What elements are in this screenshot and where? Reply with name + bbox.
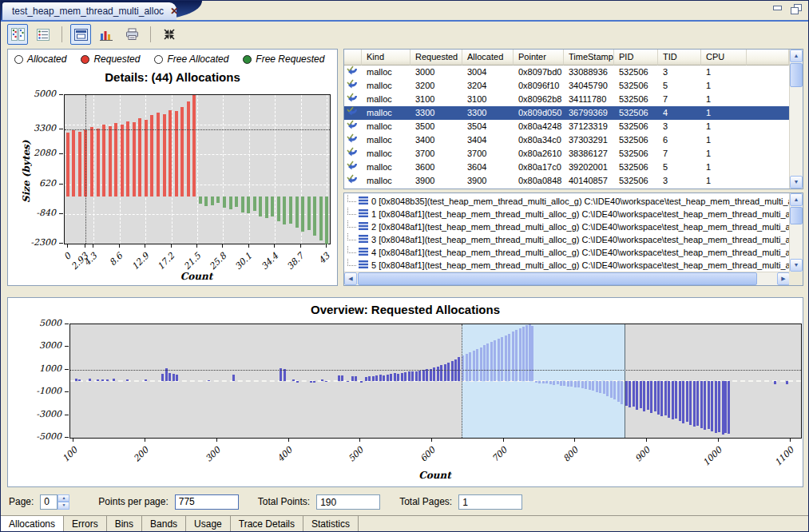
bottom-tab-errors[interactable]: Errors — [64, 516, 107, 532]
trace-row[interactable]: 1 [0x8048af1](test_heap_mem_thread_multi… — [344, 208, 789, 220]
table-header-cell[interactable]: Pointer — [514, 50, 564, 66]
bar — [229, 197, 232, 209]
restore-icon[interactable] — [791, 4, 802, 14]
table-header-cell[interactable]: Kind — [362, 50, 410, 66]
table-cell: malloc — [362, 147, 410, 161]
plot-area[interactable] — [69, 324, 802, 439]
scroll-left-icon[interactable]: ◀ — [344, 272, 357, 285]
table-cell: 3604 — [462, 161, 514, 174]
minimize-icon[interactable] — [772, 4, 783, 13]
table-row[interactable]: malloc360036040x80a17c03920200153250651 — [344, 161, 789, 174]
details-pane-icon[interactable] — [70, 24, 91, 45]
table-row[interactable]: malloc390039000x80a08484014085753250631 — [344, 174, 789, 188]
view-tab[interactable]: test_heap_mem_thread_multi_alloc ✕ — [2, 2, 176, 20]
bar — [672, 381, 674, 419]
bar — [313, 381, 315, 383]
trace-scrollbar-vertical[interactable]: ▲ ▼ — [789, 193, 803, 272]
table-cell-filler — [747, 120, 789, 133]
bar — [173, 374, 175, 381]
trace-row[interactable]: 3 [0x8048af1](test_heap_mem_thread_multi… — [344, 233, 789, 246]
bottom-tab-bins[interactable]: Bins — [107, 516, 142, 532]
trace-row[interactable]: 5 [0x8048af1](test_heap_mem_thread_multi… — [344, 259, 789, 272]
y-tick-label: -5000 — [25, 431, 61, 442]
scroll-up-icon[interactable]: ▲ — [790, 50, 803, 62]
plot-area[interactable] — [64, 94, 331, 244]
table-row[interactable]: malloc320032040x8096f103404579053250651 — [344, 79, 789, 93]
toolbar — [1, 22, 809, 47]
close-icon[interactable]: ✕ — [170, 6, 178, 17]
collapse-icon[interactable] — [159, 24, 180, 45]
trace-row[interactable]: 2 [0x8048af1](test_heap_mem_thread_multi… — [344, 220, 789, 233]
x-tick — [145, 438, 145, 442]
y-tick — [59, 129, 63, 129]
scroll-down-icon[interactable]: ▼ — [790, 176, 803, 189]
table-header-cell[interactable]: PID — [614, 50, 658, 66]
scroll-thumb[interactable] — [358, 272, 757, 285]
filter-radio-allocated[interactable]: Allocated — [14, 54, 66, 65]
table-header-cell[interactable]: TID — [658, 50, 701, 66]
view-tab-strip: test_heap_mem_thread_multi_alloc ✕ — [1, 1, 808, 20]
y-tick-label: -2300 — [19, 237, 56, 248]
print-icon[interactable] — [121, 24, 142, 45]
table-cell: 3204 — [462, 79, 514, 93]
trace-row[interactable]: 4 [0x8048af1](test_heap_mem_thread_multi… — [344, 246, 789, 259]
bar — [657, 381, 660, 415]
total-points-value: 190 — [316, 494, 380, 510]
bar — [253, 197, 256, 211]
page-input[interactable] — [40, 494, 58, 510]
x-tick — [196, 244, 197, 248]
table-header-cell[interactable]: Requested — [410, 50, 462, 66]
points-per-page-input[interactable] — [175, 494, 239, 510]
table-header-cell[interactable]: Allocated — [462, 50, 514, 66]
x-tick — [73, 438, 73, 442]
bar — [675, 381, 677, 419]
table-cell: 1 — [701, 161, 747, 174]
scroll-thumb[interactable] — [790, 63, 803, 87]
spinner-down-icon[interactable]: ▼ — [58, 502, 69, 510]
bottom-tab-usage[interactable]: Usage — [186, 516, 231, 532]
bar — [535, 381, 537, 383]
bar — [241, 197, 244, 212]
scroll-thumb[interactable] — [790, 207, 803, 224]
table-row[interactable]: malloc330033000x809d0503679936953250641 — [344, 106, 789, 120]
table-scrollbar-vertical[interactable]: ▲ ▼ — [789, 50, 803, 189]
x-tick-label: 500 — [282, 443, 362, 453]
bottom-tab-allocations[interactable]: Allocations — [0, 516, 64, 532]
bar — [711, 381, 713, 431]
list-view-icon[interactable] — [33, 24, 54, 45]
page-spinner[interactable]: ▲▼ — [40, 494, 69, 510]
bar — [422, 370, 425, 381]
filter-radio-free-allocated[interactable]: Free Allocated — [154, 54, 228, 65]
bar — [515, 330, 518, 381]
bar — [440, 365, 442, 381]
trace-scrollbar-horizontal[interactable]: ◀ ▶ — [344, 272, 790, 285]
table-row[interactable]: malloc310031000x80962b83411178053250671 — [344, 93, 789, 106]
table-header-cell[interactable]: CPU — [701, 50, 747, 66]
marker-line-horizontal — [65, 129, 330, 130]
radio-label: Allocated — [27, 54, 66, 65]
scroll-right-icon[interactable]: ▶ — [777, 272, 790, 285]
bar — [589, 381, 591, 390]
filter-radio-free-requested[interactable]: Free Requested — [243, 54, 324, 65]
table-header-cell[interactable]: TimeStamp — [564, 50, 614, 66]
overview-chart[interactable]: 1002003004005006007008009001000110050003… — [8, 322, 803, 466]
trace-row[interactable]: 0 [0x8048b35](test_heap_mem_thread_multi… — [344, 195, 789, 208]
scroll-up-icon[interactable]: ▲ — [790, 193, 803, 206]
details-chart[interactable]: 02.934.38.612.917.221.525.830.134.438.74… — [8, 94, 338, 286]
table-row[interactable]: malloc350035040x80a42483712331953250631 — [344, 120, 789, 133]
bottom-tab-statistics[interactable]: Statistics — [303, 516, 359, 532]
chart-view-icon[interactable] — [96, 24, 117, 45]
table-cell: 1 — [701, 79, 747, 93]
filter-radio-requested[interactable]: Requested — [81, 54, 140, 65]
table-row[interactable]: malloc340034040x80a34c03730329153250661 — [344, 133, 789, 147]
scroll-down-icon[interactable]: ▼ — [790, 259, 803, 272]
stack-frame-icon — [359, 248, 371, 257]
bar — [542, 381, 545, 383]
bottom-tab-trace-details[interactable]: Trace Details — [231, 516, 303, 532]
bottom-tab-bands[interactable]: Bands — [142, 516, 186, 532]
table-row[interactable]: malloc300030040x8097bd03308893653250631 — [344, 66, 789, 79]
pair-view-icon[interactable] — [7, 24, 28, 45]
bar — [271, 197, 274, 216]
table-row[interactable]: malloc370037000x80a26103838612753250671 — [344, 147, 789, 161]
spinner-up-icon[interactable]: ▲ — [58, 494, 69, 502]
